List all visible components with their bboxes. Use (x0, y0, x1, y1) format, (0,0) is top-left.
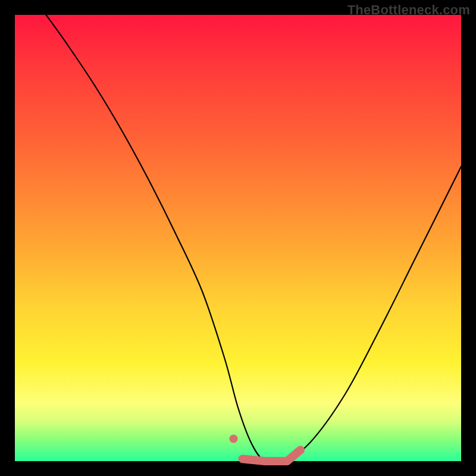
optimal-range-marker (243, 450, 301, 461)
optimal-point-marker (230, 435, 238, 443)
bottleneck-curve (46, 15, 462, 464)
bottleneck-chart (15, 15, 461, 461)
chart-background-gradient (15, 15, 461, 461)
